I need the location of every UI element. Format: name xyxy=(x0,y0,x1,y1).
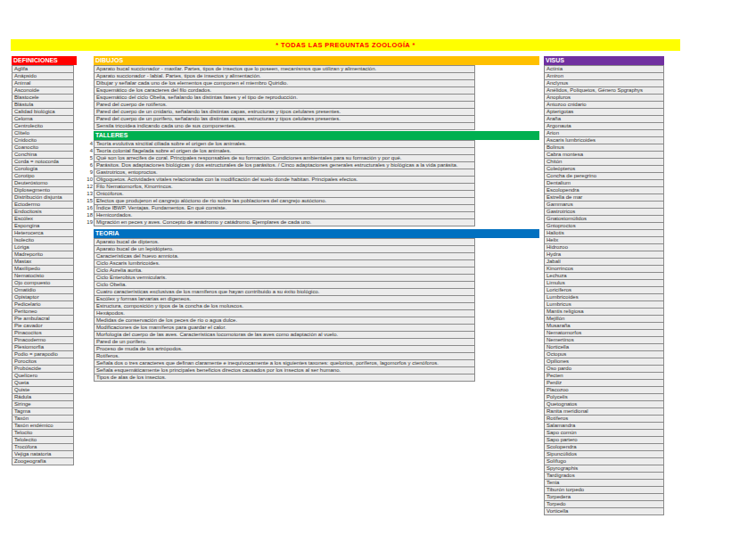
definiciones-item[interactable]: Probóscide xyxy=(12,366,74,373)
talleres-item[interactable]: 15 Efectos que produjeron el cangrejo al… xyxy=(94,198,475,205)
definiciones-item[interactable]: Taxón xyxy=(12,416,74,423)
teoria-item[interactable]: Ciclo Enterobius vermicularis. xyxy=(94,275,475,282)
visus-item[interactable]: Polycelis xyxy=(544,394,664,401)
visus-item[interactable]: Estrella de mar xyxy=(544,194,664,202)
visus-item[interactable]: Actinia xyxy=(544,66,664,73)
definiciones-item[interactable]: Escólex xyxy=(12,216,74,223)
definiciones-item[interactable]: Madreporito xyxy=(12,251,74,259)
definiciones-item[interactable]: Telocito xyxy=(12,430,74,437)
definiciones-item[interactable]: Queta xyxy=(12,380,74,387)
visus-item[interactable]: Lechuza xyxy=(544,273,664,280)
definiciones-item[interactable]: Aglifa xyxy=(12,66,74,73)
talleres-item[interactable]: 5 Qué son los arrecifes de coral. Princi… xyxy=(94,155,475,162)
teoria-item[interactable]: Estructura, composición y tipos de la co… xyxy=(94,303,475,310)
definiciones-item[interactable]: Heterocerca xyxy=(12,230,74,237)
visus-item[interactable]: Helix xyxy=(544,237,664,244)
definiciones-item[interactable]: Omatidio xyxy=(12,287,74,294)
visus-item[interactable]: Dentalium xyxy=(544,180,664,187)
definiciones-item[interactable]: Pinacocitos xyxy=(12,330,74,337)
visus-item[interactable]: Chitón xyxy=(544,159,664,166)
teoria-item[interactable]: Pared de un porífero. xyxy=(94,339,475,346)
visus-item[interactable]: Musaraña xyxy=(544,323,664,330)
visus-item[interactable]: Scolopendra xyxy=(544,444,664,451)
dibujos-item[interactable]: Sensila tricoidea indicando cada uno de … xyxy=(94,123,475,130)
teoria-item[interactable]: Rotíferos. xyxy=(94,353,475,360)
visus-item[interactable]: Antozoo cnidario xyxy=(544,102,664,109)
definiciones-item[interactable]: Pinacodermo xyxy=(12,337,74,344)
teoria-item[interactable]: Cuatro características exclusivas de los… xyxy=(94,289,475,296)
talleres-item[interactable]: 4 Teoría colonial flagelada sobre el ori… xyxy=(94,148,475,155)
talleres-item[interactable]: 13 Onicóforos. xyxy=(94,191,475,198)
visus-item[interactable]: Ascaris lumbricoides xyxy=(544,137,664,144)
definiciones-item[interactable]: Pie ambulacral xyxy=(12,316,74,323)
visus-item[interactable]: Gnatostomúlidos xyxy=(544,216,664,223)
definiciones-item[interactable]: Tagma xyxy=(12,408,74,416)
visus-item[interactable]: Lumbricus xyxy=(544,301,664,309)
visus-item[interactable]: Tiburón torpedo xyxy=(544,487,664,494)
definiciones-item[interactable]: Porocitos xyxy=(12,358,74,366)
dibujos-item[interactable]: Aparato succionador - labial. Partes, ti… xyxy=(94,73,475,80)
teoria-item[interactable]: Modificaciones de los mamíferos para gua… xyxy=(94,325,475,332)
visus-item[interactable]: Tardígrados xyxy=(544,473,664,480)
visus-item[interactable]: Salamandra xyxy=(544,423,664,430)
talleres-item[interactable]: 6 Parásitos. Dos adaptaciones biológicas… xyxy=(94,162,475,169)
visus-item[interactable]: Mejillón xyxy=(544,316,664,323)
definiciones-item[interactable]: Nematocisto xyxy=(12,273,74,280)
definiciones-item[interactable]: Diplosegmento xyxy=(12,187,74,194)
visus-item[interactable]: Oso pardo xyxy=(544,366,664,373)
definiciones-item[interactable]: Distribución disjunta xyxy=(12,194,74,202)
teoria-item[interactable]: Hexápodos. xyxy=(94,310,475,317)
visus-item[interactable]: Concha de peregrino xyxy=(544,173,664,180)
visus-item[interactable]: Tenia xyxy=(544,480,664,487)
definiciones-item[interactable]: Endocitosis xyxy=(12,209,74,216)
teoria-item[interactable]: Aparato bucal de dípteros. xyxy=(94,239,475,246)
definiciones-item[interactable]: Centrolecito xyxy=(12,123,74,130)
definiciones-item[interactable]: Quiste xyxy=(12,387,74,394)
definiciones-item[interactable]: Asconoide xyxy=(12,87,74,95)
visus-item[interactable]: Bolinus xyxy=(544,144,664,152)
visus-item[interactable]: Opiliones xyxy=(544,358,664,366)
definiciones-item[interactable]: Peritoneo xyxy=(12,309,74,316)
visus-header[interactable]: VISUS xyxy=(544,56,664,65)
teoria-item[interactable]: Medidas de conservación de los peces de … xyxy=(94,317,475,325)
visus-item[interactable]: Octopus xyxy=(544,351,664,358)
visus-item[interactable]: Escolopendra xyxy=(544,187,664,194)
talleres-item[interactable]: 18 Hemicordados. xyxy=(94,212,475,219)
definiciones-item[interactable]: Corotipo xyxy=(12,173,74,180)
talleres-item[interactable]: 9 Gastrotricos, entoproctos. xyxy=(94,169,475,177)
definiciones-item[interactable]: Trocófora xyxy=(12,444,74,451)
definiciones-item[interactable]: Quelícero xyxy=(12,373,74,380)
definiciones-item[interactable]: Blástula xyxy=(12,102,74,109)
visus-item[interactable]: Nemertinos xyxy=(544,337,664,344)
visus-item[interactable]: Limulus xyxy=(544,280,664,287)
visus-item[interactable]: Loricíferos xyxy=(544,287,664,294)
visus-item[interactable]: Nematomorfos xyxy=(544,330,664,337)
definiciones-item[interactable]: Coanocito xyxy=(12,144,74,152)
teoria-item[interactable]: Ciclo Aurelia aurita. xyxy=(94,268,475,275)
visus-item[interactable]: Quetognatos xyxy=(544,401,664,408)
dibujos-header[interactable]: DIBUJOS xyxy=(94,56,539,65)
visus-item[interactable]: Sapo partero xyxy=(544,437,664,444)
visus-item[interactable]: Jabalí xyxy=(544,259,664,266)
teoria-item[interactable]: Señala dos o tres caracteres que definan… xyxy=(94,360,475,367)
talleres-item[interactable]: 4 Teoría evolutiva sincitial ciliada sob… xyxy=(94,141,475,148)
teoria-item[interactable]: Señala esquemáticamente los principales … xyxy=(94,367,475,374)
visus-item[interactable]: Kinorrincos xyxy=(544,266,664,273)
definiciones-item[interactable]: Celoma xyxy=(12,116,74,123)
definiciones-item[interactable]: Ectodermo xyxy=(12,202,74,209)
definiciones-item[interactable]: Cnidocito xyxy=(12,137,74,144)
visus-item[interactable]: Arion xyxy=(544,130,664,137)
definiciones-item[interactable]: Ojo compuesto xyxy=(12,280,74,287)
talleres-item[interactable]: 12 Filo Nematomorfos, Kinorrincos. xyxy=(94,184,475,191)
definiciones-item[interactable]: Blastocele xyxy=(12,95,74,102)
definiciones-item[interactable]: Vejiga natatoria xyxy=(12,451,74,458)
visus-item[interactable]: Hidrozoo xyxy=(544,244,664,251)
definiciones-item[interactable]: Siringe xyxy=(12,401,74,408)
talleres-item[interactable]: 10 Oligoquetos. Actividades vitales rela… xyxy=(94,177,475,184)
visus-item[interactable]: Vorticella xyxy=(544,508,664,515)
visus-item[interactable]: Anopluros xyxy=(544,95,664,102)
visus-item[interactable]: Rotíferos xyxy=(544,416,664,423)
teoria-item[interactable]: Escólex y formas larvarias en digeneos. xyxy=(94,296,475,303)
talleres-item[interactable]: 16 Índice IBWP. Ventajas. Fundamentos. E… xyxy=(94,205,475,212)
visus-item[interactable]: Solífugo xyxy=(544,458,664,465)
